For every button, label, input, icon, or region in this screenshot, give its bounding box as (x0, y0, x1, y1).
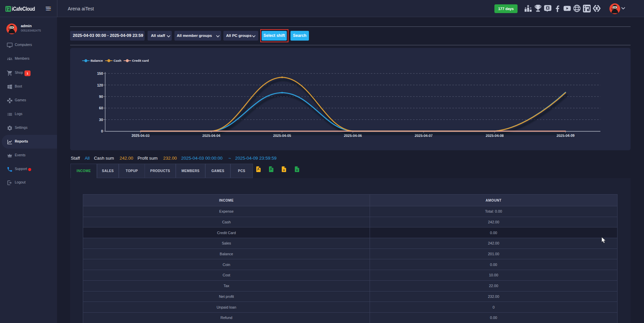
svg-text:90: 90 (99, 95, 103, 99)
svg-text:30: 30 (99, 118, 103, 122)
svg-text:Credit card: Credit card (132, 59, 149, 62)
svg-text:60: 60 (99, 106, 103, 110)
svg-text:x: x (296, 168, 298, 172)
svg-text:0: 0 (101, 129, 103, 133)
svg-text:x: x (283, 168, 285, 172)
svg-text:150: 150 (97, 71, 103, 75)
svg-text:Balance: Balance (91, 59, 103, 62)
svg-text:120: 120 (97, 83, 103, 87)
svg-text:Cash: Cash (114, 59, 121, 62)
